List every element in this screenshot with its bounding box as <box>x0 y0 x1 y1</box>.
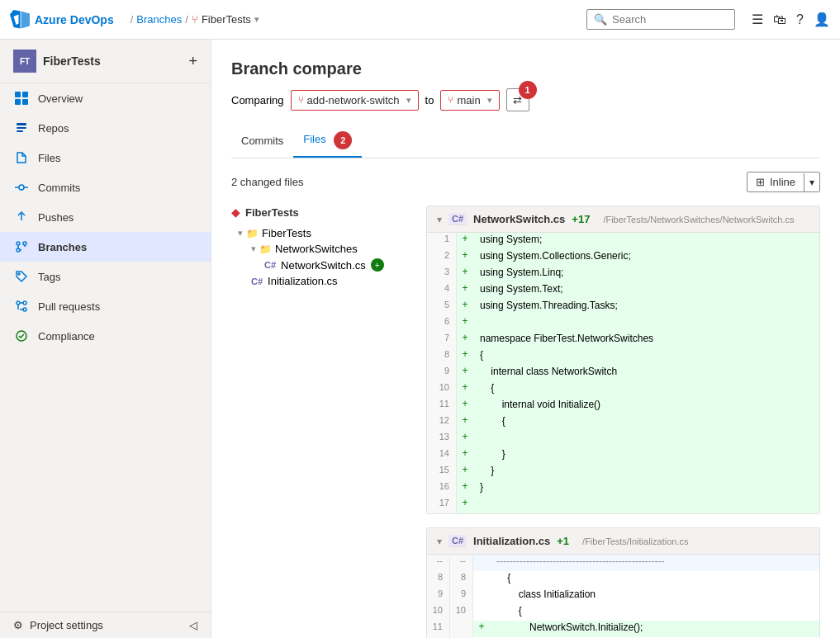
diff-layout: ◆ FiberTests ▾ 📁 FiberTests ▾ 📁 NetworkS… <box>231 206 820 638</box>
repos-icon <box>13 120 30 136</box>
sidebar-item-overview[interactable]: Overview <box>0 83 211 113</box>
compare-to-label: to <box>425 94 434 106</box>
project-icon: ◆ <box>231 206 240 219</box>
diff-file-networkswitch-header: ▾ C# NetworkSwitch.cs +17 /FiberTests/Ne… <box>427 206 819 233</box>
branch-from-label: add-network-switch <box>307 94 400 106</box>
branch-from-selector[interactable]: ⑂ add-network-switch ▾ <box>291 90 419 111</box>
app-logo[interactable]: Azure DevOps <box>10 10 114 30</box>
file-name: NetworkSwitch.cs <box>473 213 565 225</box>
sidebar-item-label: Overview <box>38 92 83 105</box>
sidebar-item-compliance[interactable]: Compliance <box>0 321 211 351</box>
file-added-count: +1 <box>557 535 569 547</box>
chevron-folder-icon: ▾ <box>238 228 243 239</box>
topbar-icons: ☰ 🛍 ? 👤 <box>752 12 830 27</box>
file-path: /FiberTests/Initialization.cs <box>582 536 688 546</box>
networkswitches-contents: C# NetworkSwitch.cs + <box>251 257 413 273</box>
svg-point-16 <box>23 308 26 311</box>
changed-files-header: 2 changed files ⊞ Inline ▾ <box>231 172 820 192</box>
inline-view-button[interactable]: ⊞ Inline ▾ <box>747 172 820 192</box>
diff-file-networkswitch: ▾ C# NetworkSwitch.cs +17 /FiberTests/Ne… <box>426 206 820 514</box>
folder-icon: 📁 <box>246 228 259 239</box>
chevron-down-icon: ▾ <box>254 14 259 25</box>
sidebar: FT FiberTests + Overview Repos <box>0 40 211 638</box>
breadcrumb-project[interactable]: ⑂ FiberTests ▾ <box>192 13 259 26</box>
sidebar-item-pushes[interactable]: Pushes <box>0 202 211 232</box>
sidebar-collapse-button[interactable]: ◁ <box>189 619 197 631</box>
file-name: Initialization.cs <box>473 535 550 547</box>
chevron-down-icon: ▾ <box>809 177 814 188</box>
file-path: /FiberTests/NetworkSwitches/NetworkSwitc… <box>603 215 794 224</box>
pull-requests-icon <box>13 298 30 314</box>
pushes-icon <box>13 209 30 225</box>
compliance-icon <box>13 328 30 344</box>
breadcrumb-branches[interactable]: Branches <box>136 13 182 26</box>
folder-fibertests[interactable]: ▾ 📁 FiberTests <box>238 225 413 241</box>
inline-btn-dropdown[interactable]: ▾ <box>804 173 819 191</box>
svg-rect-1 <box>22 92 28 97</box>
search-box[interactable]: 🔍 <box>586 9 735 30</box>
sidebar-item-label: Branches <box>38 241 87 253</box>
sidebar-item-pull-requests[interactable]: Pull requests <box>0 291 211 321</box>
changed-files-count: 2 changed files <box>231 176 303 188</box>
fibertests-contents: ▾ 📁 NetworkSwitches C# NetworkSwitch.cs … <box>238 241 413 289</box>
branch-icon: ⑂ <box>192 13 198 26</box>
branches-icon <box>13 239 30 255</box>
compare-row: Comparing ⑂ add-network-switch ▾ to ⑂ ma… <box>231 88 820 111</box>
sidebar-item-branches[interactable]: Branches <box>0 232 211 262</box>
page-title: Branch compare <box>231 59 820 78</box>
svg-rect-6 <box>17 130 23 132</box>
project-settings-link[interactable]: ⚙ Project settings <box>13 619 103 631</box>
branch-to-selector[interactable]: ⑂ main ▾ <box>440 90 499 111</box>
sidebar-item-files[interactable]: Files <box>0 143 211 172</box>
tab-files[interactable]: Files 2 <box>293 125 362 158</box>
sidebar-item-repos[interactable]: Repos <box>0 113 211 143</box>
main-layout: FT FiberTests + Overview Repos <box>0 40 840 638</box>
tab-commits[interactable]: Commits <box>231 128 293 155</box>
cs-icon: C# <box>264 260 276 270</box>
inline-btn-main[interactable]: ⊞ Inline <box>747 172 804 191</box>
sidebar-item-commits[interactable]: Commits <box>0 172 211 202</box>
collapse-icon[interactable]: ▾ <box>437 536 442 547</box>
folder-networkswitches[interactable]: ▾ 📁 NetworkSwitches <box>251 241 413 257</box>
svg-point-11 <box>17 242 20 245</box>
sidebar-item-tags[interactable]: Tags <box>0 262 211 291</box>
sidebar-project-info[interactable]: FT FiberTests <box>13 50 101 73</box>
svg-point-17 <box>23 301 26 305</box>
sidebar-item-label: Pull requests <box>38 300 100 313</box>
tab-files-badge: 2 <box>334 131 352 149</box>
svg-rect-4 <box>17 123 26 125</box>
svg-rect-2 <box>15 99 21 105</box>
diff-code-networkswitch: 1+using System;2+using System.Collection… <box>427 233 819 513</box>
help-icon[interactable]: ? <box>796 12 804 27</box>
collapse-icon[interactable]: ▾ <box>437 214 442 225</box>
svg-point-7 <box>19 185 24 190</box>
diff-panels: ▾ C# NetworkSwitch.cs +17 /FiberTests/Ne… <box>426 206 820 638</box>
sidebar-footer: ⚙ Project settings ◁ <box>0 612 211 638</box>
breadcrumb-sep1: / <box>131 13 134 26</box>
menu-icon[interactable]: ☰ <box>752 12 763 27</box>
commits-icon <box>13 179 30 196</box>
cs-label: C# <box>448 535 467 547</box>
file-networkswitch-cs[interactable]: C# NetworkSwitch.cs + <box>264 257 413 273</box>
compare-label: Comparing <box>231 94 284 106</box>
user-icon[interactable]: 👤 <box>814 12 830 27</box>
swap-branches-button[interactable]: ⇄ 1 <box>506 88 529 111</box>
sidebar-add-button[interactable]: + <box>188 53 197 70</box>
chevron-from-icon: ▾ <box>406 95 411 106</box>
svg-rect-3 <box>22 99 28 105</box>
bag-icon[interactable]: 🛍 <box>773 12 786 27</box>
sidebar-item-label: Compliance <box>38 330 95 343</box>
diff-file-initialization-header: ▾ C# Initialization.cs +1 /FiberTests/In… <box>427 528 819 555</box>
sidebar-project-header: FT FiberTests + <box>0 40 211 83</box>
overview-icon <box>13 90 30 106</box>
inline-btn-label: Inline <box>770 176 795 188</box>
chevron-folder-icon: ▾ <box>251 243 256 254</box>
svg-rect-5 <box>17 127 26 129</box>
search-input[interactable] <box>612 13 728 26</box>
tab-files-label: Files <box>303 133 325 145</box>
files-icon <box>13 149 30 166</box>
file-initialization-cs[interactable]: C# Initialization.cs <box>251 273 413 289</box>
swap-badge: 1 <box>519 81 537 99</box>
sidebar-item-label: Repos <box>38 122 69 135</box>
settings-icon: ⚙ <box>13 619 23 631</box>
